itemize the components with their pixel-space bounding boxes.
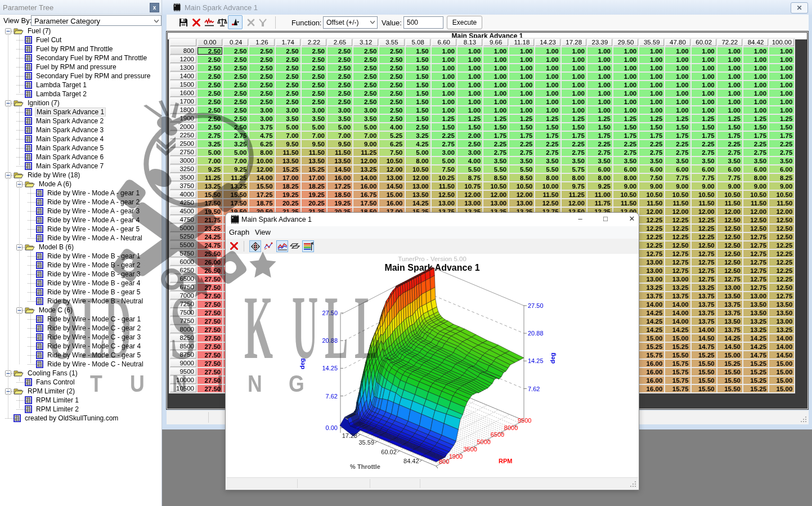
svg-text:20.88: 20.88 (528, 330, 544, 337)
svg-text:17.28: 17.28 (342, 432, 358, 439)
svg-text:14.25: 14.25 (528, 357, 544, 364)
svg-text:27.50: 27.50 (528, 302, 544, 309)
svg-text:7.62: 7.62 (326, 393, 338, 400)
svg-text:9500: 9500 (518, 417, 531, 424)
svg-text:60.02: 60.02 (381, 449, 397, 455)
svg-text:1900: 1900 (449, 453, 463, 460)
svg-text:0.00: 0.00 (326, 424, 338, 431)
svg-text:deg: deg (549, 352, 556, 364)
svg-text:27.50: 27.50 (322, 310, 338, 316)
svg-text:14.25: 14.25 (322, 365, 338, 371)
svg-text:3500: 3500 (463, 446, 477, 453)
svg-text:8000: 8000 (504, 424, 518, 431)
svg-text:RPM: RPM (499, 458, 512, 464)
svg-text:5000: 5000 (477, 438, 491, 445)
svg-text:% Throttle: % Throttle (350, 463, 380, 470)
svg-text:800: 800 (439, 458, 449, 465)
svg-text:6500: 6500 (491, 431, 504, 438)
svg-text:deg: deg (299, 358, 306, 369)
svg-text:35.59: 35.59 (358, 439, 374, 446)
svg-text:20.88: 20.88 (322, 337, 338, 344)
svg-text:7.62: 7.62 (528, 386, 540, 392)
svg-text:84.42: 84.42 (403, 458, 419, 464)
